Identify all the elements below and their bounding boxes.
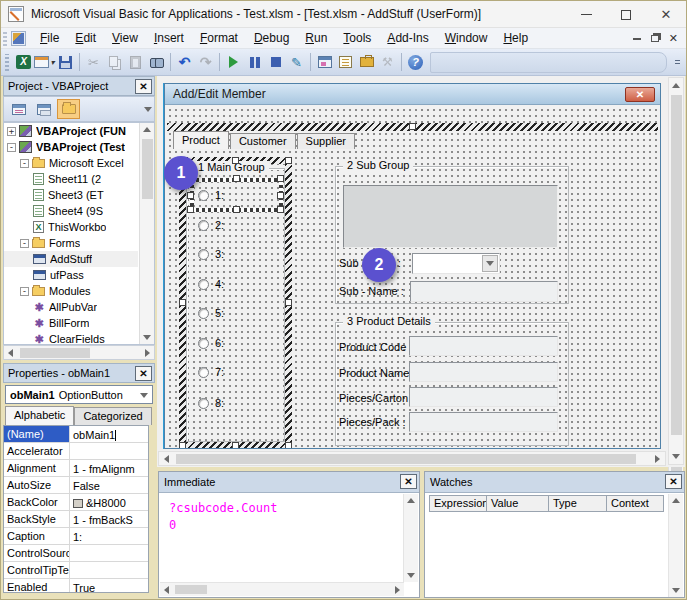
view-excel-button[interactable]: X [13,52,34,73]
pieces-pack-textbox[interactable] [409,412,558,432]
watches-close-icon[interactable]: ✕ [665,474,682,489]
tree-item-ufpass[interactable]: ufPass [4,267,138,283]
selection-handle[interactable] [285,299,292,306]
selection-handle[interactable] [277,206,284,213]
selection-handle[interactable] [277,192,284,199]
tree-item-addstuff[interactable]: AddStuff [4,251,138,267]
pieces-carton-textbox[interactable] [409,387,558,407]
immediate-content[interactable]: ?csubcode.Count 0 [169,500,277,534]
maximize-button[interactable] [606,1,646,28]
close-button[interactable]: ✕ [646,1,686,28]
toolbox-button[interactable] [356,52,377,73]
property-row-controlsource[interactable]: ControlSourc [4,545,148,562]
menu-view[interactable]: View [104,28,146,48]
mdi-minimize-icon[interactable] [633,38,641,40]
selection-handle[interactable] [285,157,292,164]
reset-button[interactable] [265,52,286,73]
tree-item-allpubvar[interactable]: ✱ AllPubVar [4,299,138,315]
view-code-button[interactable] [7,99,30,119]
userform-close-icon[interactable]: ✕ [625,87,655,102]
option-button-3[interactable]: 3: [198,248,224,260]
dropdown-button[interactable] [482,255,498,272]
design-mode-button[interactable]: ✎ [286,52,307,73]
userform-titlebar[interactable]: Add/Edit Member ✕ [165,84,660,105]
selection-handle[interactable] [285,442,292,449]
help-button[interactable]: ? [405,52,426,73]
paste-button[interactable] [125,52,146,73]
selection-handle[interactable] [179,442,186,449]
menu-addins[interactable]: Add-Ins [379,28,436,48]
option-button-5[interactable]: 5: [198,307,224,319]
property-value[interactable]: &H8000 [86,497,126,509]
sub-group-listbox[interactable] [343,185,558,248]
project-tree-vscrollbar[interactable] [139,123,154,344]
selection-handle[interactable] [179,299,186,306]
minimize-button[interactable] [566,1,606,28]
tree-item-microsoft-excel[interactable]: - Microsoft Excel [4,155,138,171]
menu-window[interactable]: Window [437,28,496,48]
project-explorer-button[interactable] [314,52,335,73]
property-row-autosize[interactable]: AutoSize False [4,477,148,494]
tree-item-clearfields[interactable]: ✱ ClearFields [4,331,138,345]
selection-handle[interactable] [277,175,284,182]
selection-handle[interactable] [409,123,416,130]
property-row-alignment[interactable]: Alignment 1 - fmAlignm [4,460,148,477]
property-row-caption[interactable]: Caption 1: [4,528,148,545]
selection-handle[interactable] [187,192,194,199]
tree-item-thisworkbook[interactable]: X ThisWorkbo [4,219,138,235]
option-button-8[interactable]: 8: [198,397,224,409]
collapse-icon[interactable]: - [20,239,29,248]
toolbar-grip[interactable] [5,54,9,71]
project-close-icon[interactable]: ✕ [135,79,152,94]
option-button-2[interactable]: 2: [198,219,224,231]
toolbar-overflow-button[interactable] [673,53,682,72]
menu-tools[interactable]: Tools [335,28,379,48]
tree-item-vbaproject-fun[interactable]: + VBAProject (FUN [4,123,138,139]
watches-vscrollbar[interactable] [668,494,683,597]
find-button[interactable] [146,52,167,73]
mdi-restore-icon[interactable] [651,35,659,42]
immediate-hscrollbar[interactable] [160,582,404,596]
sub-name-textbox[interactable] [410,281,558,302]
product-code-textbox[interactable] [409,336,558,356]
column-value[interactable]: Value [487,495,549,512]
save-button[interactable] [55,52,76,73]
menu-file[interactable]: File [32,28,67,48]
property-value[interactable]: obMain1 [73,429,115,441]
mdi-hscrollbar[interactable] [158,451,666,466]
project-toolbar-overflow[interactable] [144,107,152,112]
selection-handle[interactable] [233,206,240,213]
property-row-name[interactable]: (Name) obMain1 [4,426,148,443]
mdi-vscrollbar[interactable] [668,77,684,465]
redo-button[interactable]: ↷ [195,52,216,73]
tab-alphabetic[interactable]: Alphabetic [5,406,74,425]
menu-insert[interactable]: Insert [146,28,192,48]
menu-edit[interactable]: Edit [67,28,104,48]
sub-code-combobox[interactable] [412,253,500,274]
property-row-controltiptext[interactable]: ControlTipTe [4,562,148,579]
property-row-accelerator[interactable]: Accelerator [4,443,148,460]
column-context[interactable]: Context [607,495,664,512]
toggle-folders-button[interactable] [57,99,80,119]
break-button[interactable] [244,52,265,73]
tree-item-sheet3[interactable]: Sheet3 (ET [4,187,138,203]
copy-button[interactable] [104,52,125,73]
properties-window-button[interactable] [335,52,356,73]
collapse-icon[interactable]: - [7,143,16,152]
menu-debug[interactable]: Debug [246,28,297,48]
selection-handle[interactable] [232,442,239,449]
tree-item-vbaproject-test[interactable]: - VBAProject (Test [4,139,138,155]
cut-button[interactable]: ✂ [83,52,104,73]
option-button-1[interactable]: 1: [198,189,224,201]
insert-userform-button[interactable]: ▾ [34,52,55,73]
menu-help[interactable]: Help [495,28,536,48]
menu-run[interactable]: Run [297,28,335,48]
tree-item-sheet4[interactable]: Sheet4 (9S [4,203,138,219]
property-row-enabled[interactable]: Enabled True [4,579,148,593]
option-button-4[interactable]: 4: [198,278,224,290]
properties-close-icon[interactable]: ✕ [135,366,152,381]
immediate-close-icon[interactable]: ✕ [400,474,417,489]
project-tree-hscrollbar[interactable] [3,345,155,360]
product-name-textbox[interactable] [409,362,558,382]
tab-product[interactable]: Product [173,131,229,149]
